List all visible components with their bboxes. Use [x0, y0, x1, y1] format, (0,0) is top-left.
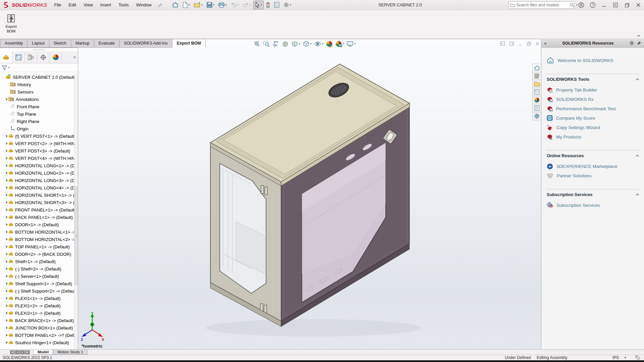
apply-scene-button[interactable]: ▾: [334, 40, 345, 48]
filter-options-caret[interactable]: ▾: [8, 66, 9, 69]
dropdown-caret-icon[interactable]: ▾: [237, 4, 239, 6]
redo-button[interactable]: ▾: [241, 1, 253, 9]
taskpane-link-copy-settings-wizard[interactable]: SWCopy Settings Wizard: [547, 123, 639, 132]
open-button[interactable]: ▾: [192, 1, 204, 9]
dropdown-caret-icon[interactable]: ▾: [250, 4, 251, 6]
collapse-panel-icon[interactable]: «: [544, 41, 547, 46]
expand-arrow-icon[interactable]: [6, 312, 8, 314]
collapse-chevron-icon[interactable]: [636, 193, 639, 196]
dropdown-caret-icon[interactable]: ▾: [354, 43, 356, 45]
dropdown-caret-icon[interactable]: ▾: [261, 4, 262, 6]
zoom-to-fit-button[interactable]: [253, 40, 262, 48]
tree-item[interactable]: BOTTOM PANEL<2> ->? (Defau: [0, 331, 74, 339]
pane-right-icon[interactable]: [509, 41, 514, 46]
expand-arrow-icon[interactable]: [6, 253, 8, 255]
expand-arrow-icon[interactable]: [6, 297, 8, 300]
expand-arrow-icon[interactable]: [6, 260, 8, 263]
expand-arrow-icon[interactable]: [6, 98, 8, 101]
task-pane-pin-icon[interactable]: [637, 41, 641, 45]
expand-arrow-icon[interactable]: [6, 201, 8, 204]
tree-item[interactable]: VERT POST<3> -> (Default): [0, 147, 74, 155]
cabinet-3d-model[interactable]: [78, 39, 541, 349]
pane-left-icon[interactable]: [500, 41, 505, 46]
tree-item[interactable]: Front Plane: [0, 103, 74, 110]
dropdown-caret-icon[interactable]: ▾: [322, 43, 323, 45]
expand-arrow-icon[interactable]: [6, 208, 8, 211]
tree-item[interactable]: Origin: [0, 125, 74, 132]
taskpane-link-subscription-services[interactable]: SWSubscription Services: [547, 200, 639, 210]
tree-item[interactable]: PLEXI2<1> -> (Default): [0, 309, 74, 317]
expand-arrow-icon[interactable]: [6, 194, 8, 196]
units-selector[interactable]: IPS: [612, 355, 619, 360]
resources-home-tab[interactable]: [532, 64, 541, 72]
tree-item[interactable]: PLEXI1<1> -> (Default): [0, 295, 74, 302]
dropdown-caret-icon[interactable]: ▾: [310, 43, 312, 45]
expand-arrow-icon[interactable]: [6, 149, 8, 152]
menu-file[interactable]: File: [51, 0, 65, 10]
previous-view-button[interactable]: [271, 40, 280, 48]
help-icon[interactable]: ?: [588, 1, 597, 9]
display-settings-button[interactable]: [272, 1, 281, 9]
menu-insert[interactable]: Insert: [97, 0, 115, 10]
tree-item[interactable]: Sensors: [0, 88, 74, 96]
collapse-chevron-icon[interactable]: [636, 78, 639, 80]
dropdown-caret-icon[interactable]: ▾: [299, 43, 300, 45]
appearances-tab[interactable]: [532, 96, 541, 104]
expand-arrow-icon[interactable]: [6, 157, 8, 160]
save-button[interactable]: ▾: [205, 1, 216, 9]
expand-arrow-icon[interactable]: [6, 290, 8, 292]
expand-arrow-icon[interactable]: [6, 223, 8, 226]
menu-edit[interactable]: Edit: [65, 0, 79, 10]
expand-arrow-icon[interactable]: [6, 172, 8, 174]
configuration-manager-tab[interactable]: [25, 51, 37, 63]
view-palette-tab[interactable]: [532, 88, 541, 96]
tree-item[interactable]: (-) Server<1> (Default): [0, 273, 74, 280]
property-manager-tab[interactable]: [12, 51, 25, 63]
doc-minimize-icon[interactable]: [518, 42, 523, 46]
doc-tab-model[interactable]: Model: [33, 350, 53, 355]
dropdown-caret-icon[interactable]: ▾: [201, 4, 203, 6]
tree-item[interactable]: DOOR<1> -> (Default): [0, 221, 74, 228]
zoom-to-area-button[interactable]: [262, 40, 271, 48]
expand-arrow-icon[interactable]: [6, 267, 8, 270]
tree-item[interactable]: Top Plane: [0, 110, 74, 118]
taskpane-link-compare-my-score[interactable]: Compare My Score: [547, 113, 639, 123]
doc-close-icon[interactable]: [535, 42, 540, 46]
tab-sketch[interactable]: Sketch: [49, 39, 71, 48]
hide-show-items-button[interactable]: ▾: [313, 40, 324, 48]
graphics-viewport[interactable]: ▾▾▾▾▾ Y Z X *Isometric: [78, 39, 541, 349]
expand-arrow-icon[interactable]: [6, 216, 8, 219]
taskpane-link-property-tab-builder[interactable]: Property Tab Builder: [547, 85, 639, 95]
taskpane-link-3dexperience-marketplace[interactable]: 3D3DEXPERIENCE Marketplace: [547, 162, 639, 171]
search-scope-icon[interactable]: [510, 3, 515, 7]
view-settings-button[interactable]: ▾: [345, 40, 357, 48]
user-account-icon[interactable]: [577, 1, 586, 9]
search-input[interactable]: [516, 3, 568, 7]
tree-item[interactable]: BOTTOM HORIZONTAL<2> ->: [0, 236, 74, 243]
tree-item[interactable]: HORIZONTAL LONG<2> -> (De: [0, 169, 74, 177]
tree-item[interactable]: BACK PANEL<1> -> (Default): [0, 214, 74, 221]
tree-item[interactable]: TOP PANEL<1> -> (Default): [0, 243, 74, 250]
forum-tab[interactable]: [532, 112, 541, 120]
tree-tabs-overflow-icon[interactable]: >: [71, 51, 78, 63]
tab-scroll-last-icon[interactable]: [25, 350, 30, 354]
tree-item[interactable]: BOTTOM HORIZONTAL<1> ->: [0, 228, 74, 236]
view-orientation-button[interactable]: ▾: [290, 40, 301, 48]
tab-export-bom[interactable]: Export BOM: [172, 39, 206, 48]
resize-window-icon[interactable]: [611, 1, 620, 9]
edit-appearance-button[interactable]: [325, 40, 334, 48]
task-pane-gear-icon[interactable]: [629, 41, 634, 46]
new-document-button[interactable]: ▾: [181, 1, 192, 9]
file-explorer-tab[interactable]: [532, 80, 541, 88]
tree-item[interactable]: JUNCTION BOX<1> (Default): [0, 324, 74, 331]
section-view-button[interactable]: [281, 40, 290, 48]
tab-scroll-prev-icon[interactable]: [15, 350, 20, 354]
minimize-window-icon[interactable]: [600, 1, 608, 9]
tab-layout[interactable]: Layout: [27, 39, 49, 48]
expand-arrow-icon[interactable]: [6, 304, 8, 307]
collapse-chevron-icon[interactable]: [636, 155, 639, 157]
expand-arrow-icon[interactable]: [6, 319, 8, 322]
taskpane-link-partner-solutions[interactable]: Partner Solutions: [547, 171, 639, 180]
home-button[interactable]: [170, 1, 180, 9]
expand-arrow-icon[interactable]: [6, 179, 8, 182]
